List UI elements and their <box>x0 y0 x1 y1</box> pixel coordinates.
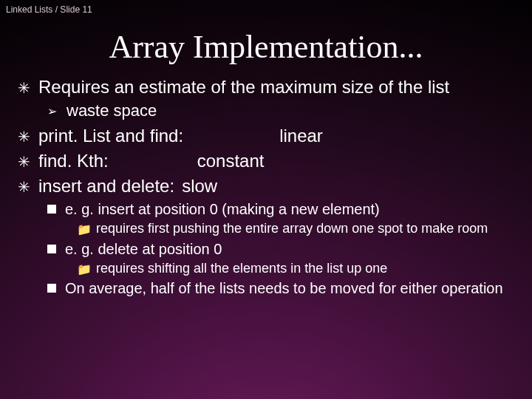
bullet-text: waste space <box>66 101 157 120</box>
bullet-findkth: ✳ find. Kth: constant <box>16 150 516 172</box>
square-icon <box>47 284 56 293</box>
asterisk-icon: ✳ <box>18 79 30 98</box>
sub-bullet-average: On average, half of the lists needs to b… <box>16 279 516 298</box>
bullet-printlist: ✳ print. List and find: linear <box>16 125 516 147</box>
square-icon <box>47 245 56 253</box>
bullet-insertdelete: ✳ insert and delete: slow <box>16 175 516 197</box>
subsub-bullet-push: 📁 requires first pushing the entire arra… <box>16 220 516 237</box>
sub-bullet-delete0: e. g. delete at position 0 <box>16 240 516 259</box>
bullet-label: insert and delete: <box>38 175 174 197</box>
chevron-icon: ➢ <box>47 104 57 118</box>
slide-content: ✳ Requires an estimate of the maximum si… <box>0 76 532 298</box>
bullet-text: requires shifting all the elements in th… <box>96 261 387 276</box>
asterisk-icon: ✳ <box>18 153 30 171</box>
sub-bullet-insert0: e. g. insert at position 0 (making a new… <box>16 200 516 219</box>
bullet-text: e. g. insert at position 0 (making a new… <box>65 201 380 217</box>
bullet-label: find. Kth: <box>38 150 109 172</box>
sub-bullet-waste: ➢ waste space <box>16 101 516 120</box>
folder-icon: 📁 <box>77 222 92 237</box>
slide: { "header": { "breadcrumb": "Linked List… <box>0 0 532 399</box>
bullet-value: constant <box>109 150 265 172</box>
bullet-text: e. g. delete at position 0 <box>65 241 222 257</box>
bullet-text: requires first pushing the entire array … <box>96 221 488 236</box>
breadcrumb: Linked Lists / Slide 11 <box>6 4 92 15</box>
bullet-requires: ✳ Requires an estimate of the maximum si… <box>16 76 516 98</box>
asterisk-icon: ✳ <box>18 178 30 197</box>
subsub-bullet-shift: 📁 requires shifting all the elements in … <box>16 260 516 277</box>
bullet-text: Requires an estimate of the maximum size… <box>38 77 449 97</box>
folder-icon: 📁 <box>77 262 92 277</box>
bullet-value: linear <box>183 125 323 147</box>
asterisk-icon: ✳ <box>18 128 30 146</box>
bullet-text: On average, half of the lists needs to b… <box>65 280 503 296</box>
square-icon <box>47 205 56 214</box>
bullet-label: print. List and find: <box>38 125 183 147</box>
bullet-value: slow <box>174 175 217 197</box>
